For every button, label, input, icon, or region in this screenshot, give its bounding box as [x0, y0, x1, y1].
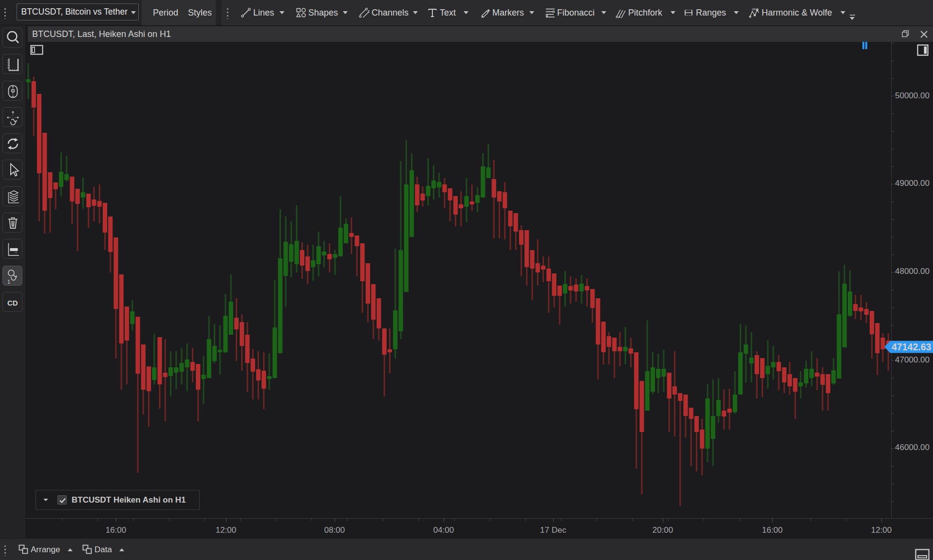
svg-text:47142.63: 47142.63	[892, 342, 931, 352]
svg-text:CD: CD	[7, 299, 18, 307]
svg-text:1: 1	[7, 279, 10, 285]
